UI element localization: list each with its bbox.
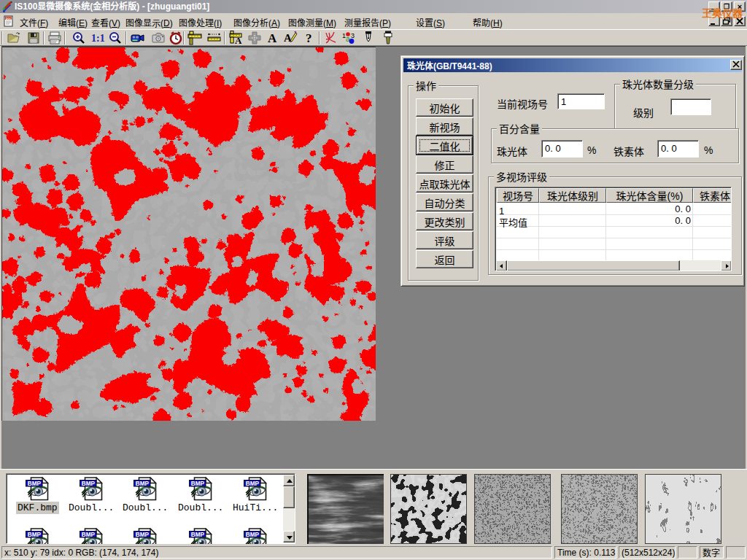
- svg-text:BMP: BMP: [191, 532, 205, 538]
- svg-text:?: ?: [306, 31, 312, 45]
- svg-text:A: A: [268, 31, 277, 45]
- svg-text:BMP: BMP: [136, 481, 150, 487]
- svg-text:3: 3: [351, 32, 355, 39]
- svg-text:BMP: BMP: [191, 481, 205, 487]
- svg-text:BMP: BMP: [136, 532, 150, 538]
- svg-text:BMP: BMP: [28, 532, 42, 538]
- svg-text:A: A: [235, 35, 242, 46]
- svg-text:BMP: BMP: [246, 532, 260, 538]
- svg-text:BMP: BMP: [82, 532, 96, 538]
- svg-text:BMP: BMP: [82, 481, 96, 487]
- svg-text:BMP: BMP: [28, 481, 42, 487]
- svg-text:DOC: DOC: [6, 18, 12, 20]
- svg-text:1:1: 1:1: [91, 33, 105, 44]
- svg-text:BMP: BMP: [246, 481, 260, 487]
